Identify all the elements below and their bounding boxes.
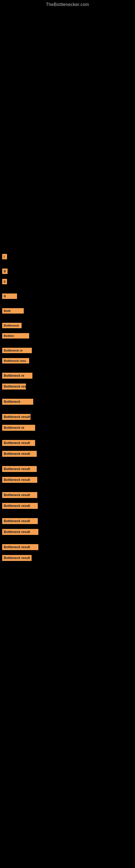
result-row-20: Bottleneck result — [0, 502, 135, 509]
result-label-12[interactable]: Bottleneck — [2, 399, 33, 405]
result-label-10[interactable]: Bottleneck re — [2, 373, 32, 379]
result-row-24: Bottleneck result — [0, 554, 135, 561]
result-label-20[interactable]: Bottleneck result — [2, 503, 38, 509]
result-row-23: Bottleneck result — [0, 544, 135, 551]
result-row-3: E — [0, 278, 135, 285]
result-label-14[interactable]: Bottleneck re — [2, 425, 35, 431]
result-label-16[interactable]: Bottleneck result — [2, 451, 37, 457]
result-label-13[interactable]: Bottleneck result — [2, 414, 31, 420]
result-label-2[interactable]: B — [2, 269, 8, 274]
result-label-23[interactable]: Bottleneck result — [2, 544, 38, 550]
result-label-5[interactable]: Bottl — [2, 308, 24, 314]
results-container: | B E B Bottl Bottleneck Bottlen Bottlen… — [0, 118, 135, 561]
result-row-21: Bottleneck result — [0, 518, 135, 525]
result-label-24[interactable]: Bottleneck result — [2, 555, 32, 561]
result-label-8[interactable]: Bottleneck re — [2, 348, 32, 353]
result-row-22: Bottleneck result — [0, 528, 135, 535]
result-row-1: | — [0, 118, 135, 260]
result-row-12: Bottleneck — [0, 398, 135, 405]
result-row-18: Bottleneck result — [0, 476, 135, 484]
result-row-16: Bottleneck result — [0, 450, 135, 457]
result-row-13: Bottleneck result — [0, 413, 135, 421]
result-label-17[interactable]: Bottleneck result — [2, 466, 37, 472]
result-label-11[interactable]: Bottleneck res — [2, 383, 26, 390]
result-label-1[interactable]: | — [2, 254, 7, 259]
result-row-10: Bottleneck re — [0, 372, 135, 379]
result-row-19: Bottleneck result — [0, 492, 135, 499]
result-label-15[interactable]: Bottleneck result — [2, 440, 35, 446]
result-label-21[interactable]: Bottleneck result — [2, 518, 38, 524]
result-label-7[interactable]: Bottlen — [2, 333, 29, 339]
result-row-9: Bottleneck resu — [0, 358, 135, 364]
result-row-5: Bottl — [0, 308, 135, 314]
result-label-9[interactable]: Bottleneck resu — [2, 358, 29, 364]
result-row-8: Bottleneck re — [0, 347, 135, 354]
result-label-19[interactable]: Bottleneck result — [2, 492, 37, 498]
result-row-7: Bottlen — [0, 333, 135, 339]
result-label-3[interactable]: E — [2, 279, 7, 284]
result-label-4[interactable]: B — [2, 293, 17, 299]
result-row-15: Bottleneck result — [0, 439, 135, 446]
site-title-wrapper: TheBottlenecker.com — [0, 0, 135, 9]
result-row-6: Bottleneck — [0, 322, 135, 329]
result-row-14: Bottleneck re — [0, 424, 135, 431]
result-row-17: Bottleneck result — [0, 465, 135, 472]
result-label-6[interactable]: Bottleneck — [2, 323, 21, 328]
result-label-22[interactable]: Bottleneck result — [2, 529, 38, 535]
result-row-11: Bottleneck res — [0, 383, 135, 390]
result-row-2: B — [0, 268, 135, 275]
result-row-4: B — [0, 293, 135, 300]
result-label-18[interactable]: Bottleneck result — [2, 477, 37, 483]
site-title: TheBottlenecker.com — [0, 0, 135, 9]
